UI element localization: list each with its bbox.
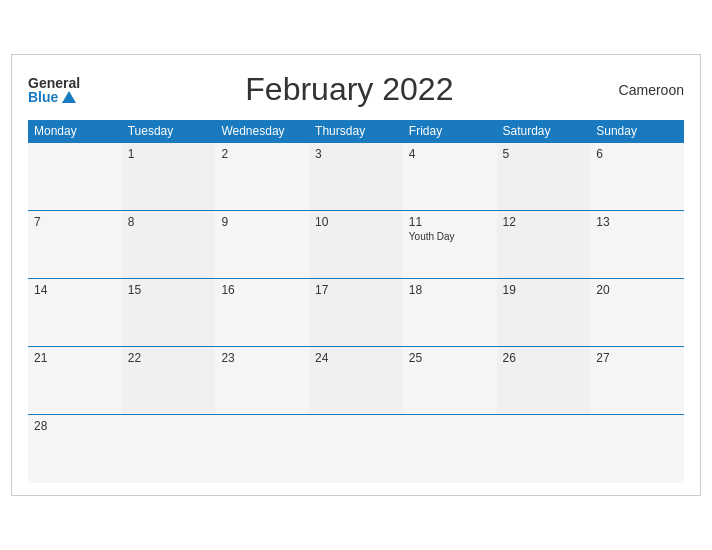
calendar-cell: 2	[215, 143, 309, 211]
logo-triangle-icon	[62, 91, 76, 103]
day-number: 24	[315, 351, 397, 365]
logo-blue-area: Blue	[28, 90, 76, 104]
logo: General Blue	[28, 76, 80, 104]
col-thursday: Thursday	[309, 120, 403, 143]
calendar-week-row: 7891011Youth Day1213	[28, 211, 684, 279]
day-number: 23	[221, 351, 303, 365]
calendar-cell	[28, 143, 122, 211]
calendar-container: General Blue February 2022 Cameroon Mond…	[11, 54, 701, 496]
calendar-cell: 5	[497, 143, 591, 211]
col-tuesday: Tuesday	[122, 120, 216, 143]
calendar-cell: 22	[122, 347, 216, 415]
day-number: 9	[221, 215, 303, 229]
calendar-cell	[403, 415, 497, 483]
day-number: 14	[34, 283, 116, 297]
day-number: 3	[315, 147, 397, 161]
calendar-week-row: 123456	[28, 143, 684, 211]
col-monday: Monday	[28, 120, 122, 143]
calendar-cell: 9	[215, 211, 309, 279]
col-sunday: Sunday	[590, 120, 684, 143]
day-number: 28	[34, 419, 116, 433]
logo-blue-text: Blue	[28, 90, 58, 104]
calendar-thead: Monday Tuesday Wednesday Thursday Friday…	[28, 120, 684, 143]
day-number: 21	[34, 351, 116, 365]
calendar-cell: 14	[28, 279, 122, 347]
calendar-cell: 24	[309, 347, 403, 415]
day-number: 20	[596, 283, 678, 297]
day-number: 17	[315, 283, 397, 297]
calendar-cell: 21	[28, 347, 122, 415]
day-number: 12	[503, 215, 585, 229]
day-number: 10	[315, 215, 397, 229]
calendar-cell	[497, 415, 591, 483]
calendar-cell: 23	[215, 347, 309, 415]
day-number: 2	[221, 147, 303, 161]
calendar-cell: 19	[497, 279, 591, 347]
col-saturday: Saturday	[497, 120, 591, 143]
calendar-cell: 17	[309, 279, 403, 347]
calendar-week-row: 21222324252627	[28, 347, 684, 415]
day-number: 25	[409, 351, 491, 365]
day-number: 22	[128, 351, 210, 365]
calendar-cell: 12	[497, 211, 591, 279]
day-number: 1	[128, 147, 210, 161]
calendar-cell	[215, 415, 309, 483]
calendar-header: General Blue February 2022 Cameroon	[28, 71, 684, 108]
calendar-week-row: 28	[28, 415, 684, 483]
calendar-cell: 18	[403, 279, 497, 347]
calendar-cell: 25	[403, 347, 497, 415]
day-event: Youth Day	[409, 231, 491, 242]
calendar-cell: 7	[28, 211, 122, 279]
calendar-cell: 28	[28, 415, 122, 483]
calendar-cell	[590, 415, 684, 483]
day-number: 5	[503, 147, 585, 161]
day-number: 26	[503, 351, 585, 365]
calendar-cell: 1	[122, 143, 216, 211]
calendar-cell: 20	[590, 279, 684, 347]
calendar-body: 1234567891011Youth Day121314151617181920…	[28, 143, 684, 483]
calendar-cell: 3	[309, 143, 403, 211]
day-number: 4	[409, 147, 491, 161]
day-number: 7	[34, 215, 116, 229]
calendar-week-row: 14151617181920	[28, 279, 684, 347]
day-number: 19	[503, 283, 585, 297]
calendar-table: Monday Tuesday Wednesday Thursday Friday…	[28, 120, 684, 483]
country-label: Cameroon	[619, 82, 684, 98]
calendar-title: February 2022	[245, 71, 453, 108]
calendar-cell: 10	[309, 211, 403, 279]
day-number: 18	[409, 283, 491, 297]
logo-general-text: General	[28, 76, 80, 90]
calendar-cell: 11Youth Day	[403, 211, 497, 279]
day-number: 16	[221, 283, 303, 297]
calendar-cell	[122, 415, 216, 483]
calendar-cell: 4	[403, 143, 497, 211]
day-number: 27	[596, 351, 678, 365]
calendar-cell: 26	[497, 347, 591, 415]
calendar-cell: 6	[590, 143, 684, 211]
col-wednesday: Wednesday	[215, 120, 309, 143]
day-number: 13	[596, 215, 678, 229]
day-number: 8	[128, 215, 210, 229]
calendar-cell	[309, 415, 403, 483]
calendar-cell: 16	[215, 279, 309, 347]
day-number: 6	[596, 147, 678, 161]
calendar-cell: 13	[590, 211, 684, 279]
days-of-week-row: Monday Tuesday Wednesday Thursday Friday…	[28, 120, 684, 143]
day-number: 15	[128, 283, 210, 297]
col-friday: Friday	[403, 120, 497, 143]
calendar-cell: 15	[122, 279, 216, 347]
calendar-cell: 27	[590, 347, 684, 415]
day-number: 11	[409, 215, 491, 229]
calendar-cell: 8	[122, 211, 216, 279]
